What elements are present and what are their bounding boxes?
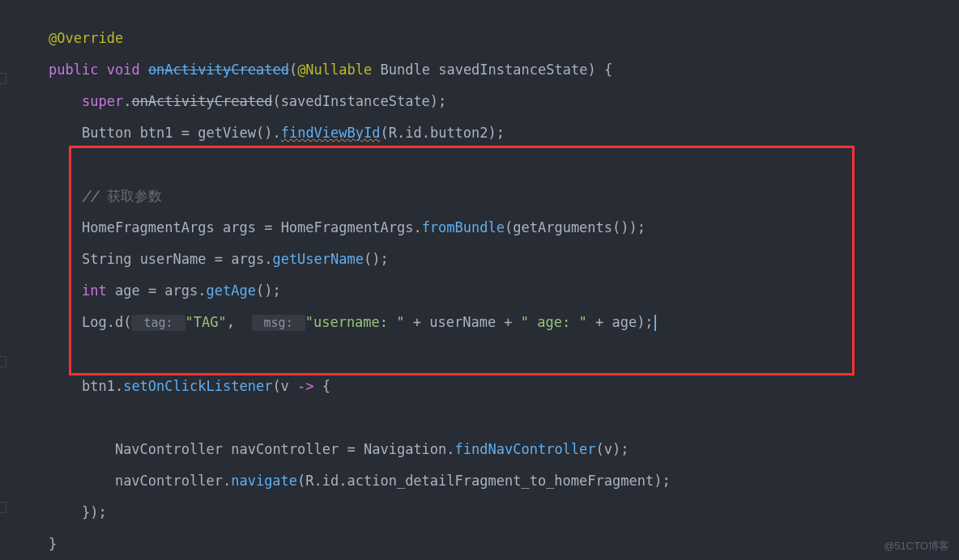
code-line-6[interactable]: HomeFragmentArgs args = HomeFragmentArgs… <box>0 212 959 244</box>
code-line-2[interactable]: public void onActivityCreated(@Nullable … <box>0 54 959 86</box>
code-line-7[interactable]: String userName = args.getUserName(); <box>0 244 959 275</box>
code-line-12[interactable]: navController.navigate(R.id.action_detai… <box>0 465 959 497</box>
code-editor[interactable]: @Override public void onActivityCreated(… <box>0 23 959 560</box>
code-line-blank3[interactable] <box>0 402 959 434</box>
code-line-blank[interactable] <box>0 149 959 180</box>
text-cursor <box>654 315 656 331</box>
watermark: @51CTO博客 <box>884 539 949 554</box>
gutter <box>0 0 8 560</box>
code-line-14[interactable]: } <box>0 528 959 560</box>
code-line-blank2[interactable] <box>0 339 959 371</box>
code-line-11[interactable]: NavController navController = Navigation… <box>0 434 959 465</box>
code-line-5[interactable]: // 获取参数 <box>0 180 959 212</box>
code-line-10[interactable]: btn1.setOnClickListener(v -> { <box>0 371 959 402</box>
code-line-4[interactable]: Button btn1 = getView().findViewById(R.i… <box>0 117 959 149</box>
code-line-13[interactable]: }); <box>0 497 959 528</box>
param-hint-tag: tag: <box>131 315 185 331</box>
annotation: @Override <box>49 30 123 46</box>
code-line-1[interactable]: @Override <box>0 23 959 54</box>
code-line-8[interactable]: int age = args.getAge(); <box>0 275 959 307</box>
code-line-3[interactable]: super.onActivityCreated(savedInstanceSta… <box>0 86 959 117</box>
param-hint-msg: msg: <box>252 315 305 331</box>
code-line-9[interactable]: Log.d( tag: "TAG", msg: "username: " + u… <box>0 307 959 339</box>
